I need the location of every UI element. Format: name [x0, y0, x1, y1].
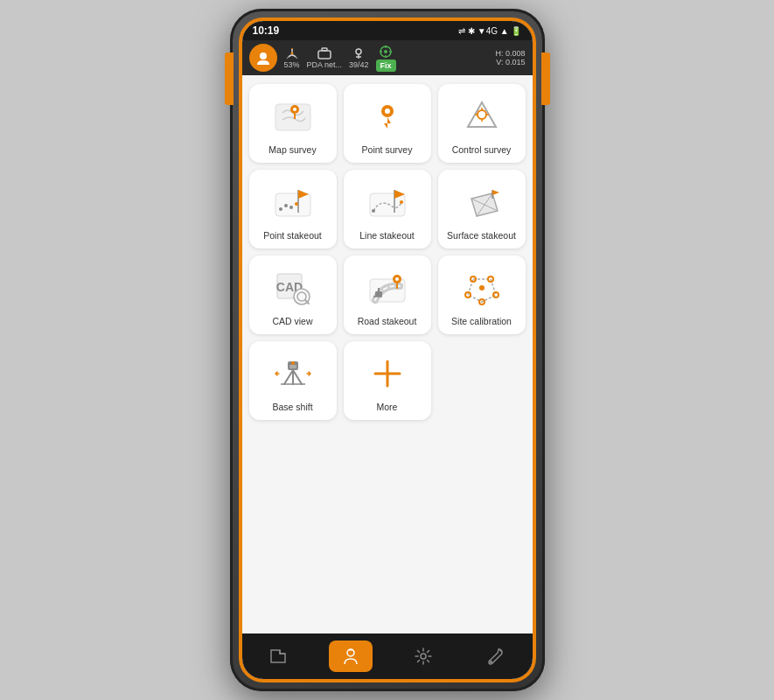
- svg-point-27: [284, 204, 288, 207]
- status-time: 10:19: [253, 24, 280, 37]
- svg-line-62: [293, 370, 302, 384]
- base-shift-icon: [270, 351, 316, 396]
- svg-point-33: [372, 209, 375, 213]
- svg-point-47: [395, 277, 399, 281]
- bottom-nav: [242, 634, 533, 679]
- surface-stakeout-label: Surface stakeout: [447, 230, 516, 242]
- map-survey-label: Map survey: [268, 144, 316, 156]
- toolbar-network[interactable]: PDA net...: [307, 47, 343, 69]
- surface-stakeout-icon: [459, 179, 505, 225]
- svg-point-57: [479, 285, 485, 290]
- svg-point-29: [295, 202, 298, 206]
- road-stakeout-label: Road stakeout: [358, 316, 417, 327]
- control-survey-icon: [459, 94, 505, 139]
- grid-area: Map survey Point survey: [242, 75, 533, 634]
- grid-item-line-stakeout[interactable]: Line stakeout: [344, 170, 431, 248]
- svg-point-54: [493, 292, 499, 298]
- svg-point-18: [478, 110, 486, 119]
- grid-item-site-calibration[interactable]: Site calibration: [438, 256, 526, 334]
- status-icons: ⇌ ✱ ▼4G ▲ 🔋: [458, 26, 521, 36]
- device: 10:19 ⇌ ✱ ▼4G ▲ 🔋: [230, 9, 545, 691]
- site-calibration-icon: [459, 265, 505, 311]
- fix-label: Fix: [376, 60, 396, 72]
- toolbar-fix[interactable]: Fix: [376, 45, 396, 72]
- control-survey-label: Control survey: [452, 144, 512, 156]
- app-toolbar: 53% PDA net...: [242, 40, 533, 75]
- status-bar: 10:19 ⇌ ✱ ▼4G ▲ 🔋: [242, 21, 533, 40]
- grid-item-base-shift[interactable]: Base shift: [249, 341, 337, 420]
- svg-rect-3: [318, 51, 331, 59]
- svg-point-69: [421, 654, 426, 659]
- svg-point-56: [465, 292, 471, 298]
- svg-rect-23: [275, 193, 310, 216]
- grid-item-map-survey[interactable]: Map survey: [249, 84, 337, 163]
- base-shift-label: Base shift: [272, 402, 312, 413]
- nav-files[interactable]: [256, 640, 300, 672]
- point-survey-label: Point survey: [362, 144, 413, 156]
- nav-tools[interactable]: [474, 640, 518, 672]
- svg-point-5: [356, 49, 361, 54]
- count-label: 39/42: [349, 60, 369, 69]
- line-stakeout-icon: [365, 179, 410, 225]
- svg-marker-17: [468, 102, 496, 127]
- grid-item-control-survey[interactable]: Control survey: [438, 84, 526, 163]
- point-stakeout-label: Point stakeout: [263, 230, 322, 242]
- more-label: More: [377, 402, 398, 413]
- svg-rect-59: [289, 365, 296, 368]
- cad-view-icon: CAD: [270, 265, 316, 311]
- svg-line-61: [284, 370, 293, 384]
- road-stakeout-icon: [365, 265, 410, 311]
- svg-point-7: [384, 50, 387, 53]
- status-right-icons: ⇌ ✱ ▼4G ▲ 🔋: [458, 26, 521, 36]
- v-value: V: 0.015: [496, 58, 525, 66]
- svg-point-16: [385, 108, 390, 114]
- svg-point-2: [290, 52, 293, 54]
- svg-rect-4: [322, 48, 327, 51]
- nav-survey[interactable]: [329, 640, 373, 672]
- grid-item-point-stakeout[interactable]: Point stakeout: [249, 170, 337, 248]
- grid-item-road-stakeout[interactable]: Road stakeout: [344, 256, 431, 334]
- svg-point-60: [291, 361, 295, 365]
- cad-view-label: CAD view: [272, 316, 312, 327]
- toolbar-gps: H: 0.008 V: 0.015: [495, 49, 525, 66]
- more-icon: [365, 351, 410, 396]
- site-calibration-label: Site calibration: [451, 316, 512, 327]
- svg-point-0: [260, 52, 267, 60]
- grid-item-point-survey[interactable]: Point survey: [344, 84, 431, 163]
- grid-item-surface-stakeout[interactable]: Surface stakeout: [438, 170, 526, 248]
- h-value: H: 0.008: [495, 49, 525, 58]
- svg-rect-48: [375, 291, 382, 297]
- svg-rect-49: [378, 288, 380, 291]
- nav-settings[interactable]: [401, 640, 445, 672]
- svg-point-34: [400, 200, 403, 204]
- screen: 10:19 ⇌ ✱ ▼4G ▲ 🔋: [242, 21, 533, 679]
- toolbar-count[interactable]: 39/42: [349, 47, 369, 69]
- svg-marker-39: [492, 190, 499, 195]
- network-label: PDA net...: [307, 60, 343, 69]
- toolbar-avatar[interactable]: [249, 44, 277, 72]
- map-survey-icon: [270, 94, 316, 139]
- point-survey-icon: [365, 94, 410, 139]
- signal-label: 53%: [284, 60, 300, 69]
- svg-point-70: [490, 661, 492, 663]
- menu-grid: Map survey Point survey: [249, 84, 526, 420]
- svg-point-26: [279, 207, 282, 211]
- device-inner: 10:19 ⇌ ✱ ▼4G ▲ 🔋: [239, 18, 536, 682]
- svg-point-14: [293, 108, 296, 111]
- point-stakeout-icon: [270, 179, 316, 225]
- line-stakeout-label: Line stakeout: [359, 230, 414, 242]
- svg-point-28: [289, 206, 293, 209]
- grid-item-more[interactable]: More: [344, 341, 431, 420]
- toolbar-signal[interactable]: 53%: [284, 47, 300, 69]
- svg-rect-68: [348, 649, 353, 651]
- grid-item-cad-view[interactable]: CAD CAD view: [249, 256, 337, 334]
